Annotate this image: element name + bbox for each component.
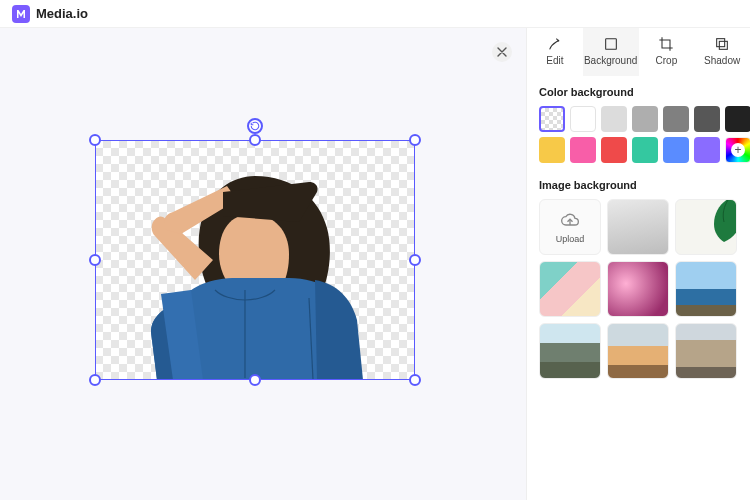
svg-rect-1 (717, 39, 725, 47)
tab-background[interactable]: Background (583, 28, 639, 76)
swatch-575757[interactable] (694, 106, 720, 132)
swatch-f85ea8[interactable] (570, 137, 596, 163)
tab-label: Crop (656, 55, 678, 66)
resize-handle-tr[interactable] (409, 134, 421, 146)
swatch-dcdcdc[interactable] (601, 106, 627, 132)
resize-handle-bc[interactable] (249, 374, 261, 386)
section-title-image: Image background (527, 169, 750, 199)
bg-tile-mountain-valley[interactable] (539, 323, 601, 379)
subject-person (95, 140, 415, 380)
resize-handle-bl[interactable] (89, 374, 101, 386)
brand-logo (12, 5, 30, 23)
tab-label: Edit (546, 55, 563, 66)
color-swatch-grid: + (527, 106, 750, 169)
tab-label: Background (584, 55, 637, 66)
bg-tile-monstera-leaf[interactable] (675, 199, 737, 255)
bg-tile-balloons-sunset[interactable] (607, 323, 669, 379)
tab-shadow[interactable]: Shadow (694, 28, 750, 76)
swatch-color-picker[interactable]: + (725, 137, 750, 163)
swatch-808080[interactable] (663, 106, 689, 132)
cloud-upload-icon (560, 210, 580, 230)
leaf-icon (680, 199, 737, 250)
app-header: Media.io (0, 0, 750, 28)
workspace: Edit Background Crop Shadow Color backgr… (0, 28, 750, 500)
bg-tile-soft-grey-gradient[interactable] (607, 199, 669, 255)
swatch-34c8a0[interactable] (632, 137, 658, 163)
tab-edit[interactable]: Edit (527, 28, 583, 76)
swatch-222222[interactable] (725, 106, 750, 132)
image-selection-frame[interactable] (95, 140, 415, 380)
resize-handle-br[interactable] (409, 374, 421, 386)
sidebar-panel: Edit Background Crop Shadow Color backgr… (526, 28, 750, 500)
tab-label: Shadow (704, 55, 740, 66)
swatch-transparent[interactable] (539, 106, 565, 132)
resize-handle-mr[interactable] (409, 254, 421, 266)
swatch-white[interactable] (570, 106, 596, 132)
close-button[interactable] (492, 42, 512, 62)
rotate-handle[interactable] (247, 118, 263, 134)
tool-tabs: Edit Background Crop Shadow (527, 28, 750, 76)
swatch-f7c948[interactable] (539, 137, 565, 163)
upload-label: Upload (556, 234, 585, 244)
swatch-aeaeae[interactable] (632, 106, 658, 132)
resize-handle-tc[interactable] (249, 134, 261, 146)
bg-tile-coastal-cliff[interactable] (675, 261, 737, 317)
bg-tile-pastel-stripes[interactable] (539, 261, 601, 317)
svg-rect-2 (719, 41, 727, 49)
swatch-ef4a4a[interactable] (601, 137, 627, 163)
bg-tile-european-street[interactable] (675, 323, 737, 379)
resize-handle-ml[interactable] (89, 254, 101, 266)
swatch-8a6cff[interactable] (694, 137, 720, 163)
brand-name: Media.io (36, 6, 88, 21)
section-title-color: Color background (527, 76, 750, 106)
resize-handle-tl[interactable] (89, 134, 101, 146)
image-background-grid: Upload (527, 199, 750, 391)
tab-crop[interactable]: Crop (639, 28, 695, 76)
bg-tile-bokeh-pink[interactable] (607, 261, 669, 317)
svg-rect-0 (605, 39, 616, 50)
bg-tile-upload[interactable]: Upload (539, 199, 601, 255)
canvas-area (0, 28, 526, 500)
swatch-5a8cff[interactable] (663, 137, 689, 163)
